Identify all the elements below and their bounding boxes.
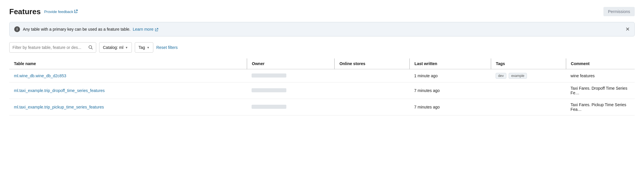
cell-owner-1 bbox=[247, 82, 334, 99]
page-header: Features Provide feedback Permissions bbox=[9, 7, 635, 16]
catalog-chevron-icon: ▼ bbox=[125, 46, 128, 49]
info-banner-left: i Any table with a primary key can be us… bbox=[14, 26, 158, 32]
tag-dropdown[interactable]: Tag ▼ bbox=[135, 42, 153, 53]
table-header: Table name Owner Online stores Last writ… bbox=[9, 58, 635, 69]
cell-tags-1 bbox=[491, 82, 566, 99]
search-button[interactable] bbox=[88, 45, 93, 50]
cell-table-name-2: ml.taxi_example.trip_pickup_time_series_… bbox=[9, 99, 247, 115]
features-table: Table name Owner Online stores Last writ… bbox=[9, 58, 635, 115]
cell-last-written-0: 1 minute ago bbox=[410, 69, 491, 82]
filter-bar: Catalog: ml ▼ Tag ▼ Reset filters bbox=[9, 42, 635, 53]
external-link-icon bbox=[74, 10, 78, 14]
info-icon: i bbox=[14, 26, 20, 32]
cell-comment-2: Taxi Fares. Pickup Time Series Fea… bbox=[566, 99, 635, 115]
info-banner: i Any table with a primary key can be us… bbox=[9, 22, 635, 36]
tag-chevron-icon: ▼ bbox=[147, 46, 150, 49]
cell-last-written-2: 7 minutes ago bbox=[410, 99, 491, 115]
table-name-link-0[interactable]: ml.wine_db.wine_db_d2c853 bbox=[14, 73, 66, 78]
col-header-comment: Comment bbox=[566, 58, 635, 69]
cell-tags-2 bbox=[491, 99, 566, 115]
permissions-button[interactable]: Permissions bbox=[603, 7, 635, 16]
cell-table-name: ml.wine_db.wine_db_d2c853 bbox=[9, 69, 247, 82]
learn-more-external-icon bbox=[154, 27, 158, 32]
cell-table-name-1: ml.taxi_example.trip_dropoff_time_series… bbox=[9, 82, 247, 99]
table-name-link-1[interactable]: ml.taxi_example.trip_dropoff_time_series… bbox=[14, 88, 105, 93]
search-wrapper bbox=[9, 42, 96, 53]
col-header-tags: Tags bbox=[491, 58, 566, 69]
table-body: ml.wine_db.wine_db_d2c853 1 minute ago d… bbox=[9, 69, 635, 115]
col-header-last-written: Last written bbox=[410, 58, 491, 69]
reset-filters-button[interactable]: Reset filters bbox=[156, 45, 178, 50]
banner-text: Any table with a primary key can be used… bbox=[23, 27, 158, 32]
table-row: ml.taxi_example.trip_pickup_time_series_… bbox=[9, 99, 635, 115]
page-title: Features bbox=[9, 7, 41, 16]
owner-placeholder-1 bbox=[252, 88, 286, 92]
search-input[interactable] bbox=[12, 45, 88, 50]
cell-online-stores-1 bbox=[334, 82, 410, 99]
cell-comment-1: Taxi Fares. Dropoff Time Series Fe… bbox=[566, 82, 635, 99]
cell-last-written-1: 7 minutes ago bbox=[410, 82, 491, 99]
tag-badge-dev: dev bbox=[496, 73, 506, 79]
feedback-link[interactable]: Provide feedback bbox=[44, 10, 77, 14]
cell-tags-0: dev example bbox=[491, 69, 566, 82]
table-row: ml.wine_db.wine_db_d2c853 1 minute ago d… bbox=[9, 69, 635, 82]
tag-label: Tag bbox=[139, 45, 145, 50]
catalog-dropdown[interactable]: Catalog: ml ▼ bbox=[99, 42, 132, 53]
cell-owner-0 bbox=[247, 69, 334, 82]
table-row: ml.taxi_example.trip_dropoff_time_series… bbox=[9, 82, 635, 99]
catalog-label: Catalog: ml bbox=[103, 45, 123, 50]
feedback-label: Provide feedback bbox=[44, 10, 73, 14]
col-header-online-stores: Online stores bbox=[334, 58, 410, 69]
cell-comment-0: wine features bbox=[566, 69, 635, 82]
col-header-table-name: Table name bbox=[9, 58, 247, 69]
cell-owner-2 bbox=[247, 99, 334, 115]
svg-line-1 bbox=[92, 48, 93, 49]
cell-online-stores-0 bbox=[334, 69, 410, 82]
header-left: Features Provide feedback bbox=[9, 7, 78, 16]
cell-online-stores-2 bbox=[334, 99, 410, 115]
col-header-owner: Owner bbox=[247, 58, 334, 69]
table-name-link-2[interactable]: ml.taxi_example.trip_pickup_time_series_… bbox=[14, 105, 104, 109]
tag-badge-example: example bbox=[509, 73, 527, 79]
banner-close-button[interactable]: ✕ bbox=[625, 27, 630, 32]
owner-placeholder-0 bbox=[252, 73, 286, 78]
learn-more-link[interactable]: Learn more bbox=[133, 27, 158, 32]
owner-placeholder-2 bbox=[252, 105, 286, 109]
